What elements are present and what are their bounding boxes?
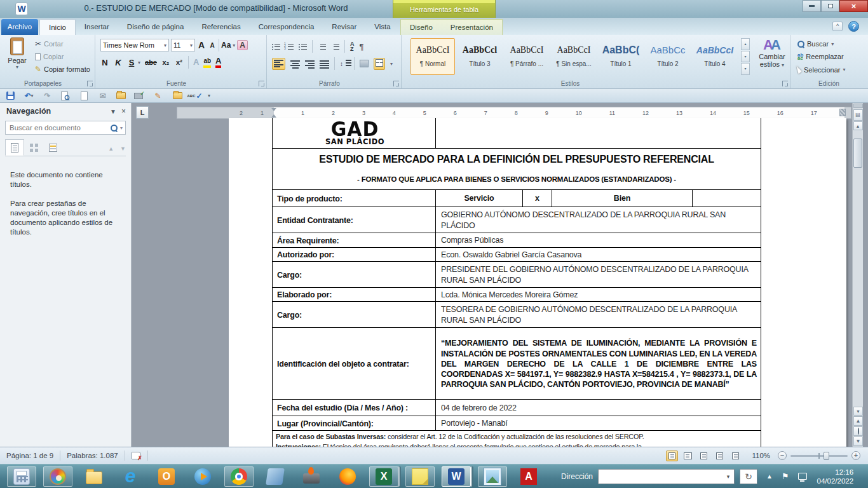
tab-presentacion[interactable]: Presentación [442,20,502,35]
taskbar-outlook[interactable]: O [152,466,181,487]
font-size-combo[interactable]: 11▾ [171,39,195,51]
justify-button[interactable] [320,60,329,67]
paragraph-dialog-launcher[interactable] [393,81,399,86]
paste-dropdown-icon[interactable]: ▾ [5,64,29,70]
previous-page-button[interactable]: ▲ [853,416,863,426]
favorites-folder-button[interactable]: ✳ [171,91,182,101]
row-value[interactable]: TESORERA DE GOBIERNO AUTÓNOMO DESCENTRAL… [436,302,761,327]
row-value[interactable]: 04 de febrero de 2022 [436,400,761,416]
font-name-combo[interactable]: Times New Rom▾ [100,39,169,51]
subscript-button[interactable]: x₂ [161,58,170,66]
change-case-dropdown-icon[interactable]: ▾ [233,43,235,48]
style-titulo3[interactable]: AaBbCclTítulo 3 [458,38,502,75]
borders-dropdown-icon[interactable]: ▾ [390,61,393,67]
previous-heading-icon[interactable]: ▲ [108,146,114,152]
row-label[interactable]: Cargo: [273,262,436,287]
address-dropdown-icon[interactable]: ▾ [722,473,734,480]
undo-button[interactable]: ↶▾ [24,91,34,101]
change-case-button[interactable]: Aa [221,41,231,50]
row-label[interactable]: Área Requirente: [273,233,436,247]
bold-button[interactable]: N [100,58,109,67]
taskbar-scanner[interactable] [261,466,290,487]
row-value[interactable]: Econ. Oswaldo Gabriel García Casanova [436,248,761,261]
strikethrough-button[interactable]: abe [145,58,157,66]
ruler-toggle-button[interactable]: ▤ [853,109,863,121]
fullscreen-reading-view-button[interactable] [682,451,694,461]
action-center-flag-icon[interactable]: ⚑ [782,471,789,481]
row-label[interactable]: Autorizado por: [273,248,436,261]
align-center-button[interactable] [290,60,300,67]
copy-button[interactable]: Copiar [33,52,92,61]
clear-formatting-button[interactable]: A [237,40,248,50]
good-cell[interactable]: Bien [552,190,693,207]
select-dropdown-icon[interactable]: ▾ [843,67,845,72]
document-page[interactable]: GAD SAN PLÁCIDO ESTUDIO DE MERCADO PARA … [229,118,846,447]
row-label[interactable]: Entidad Contratante: [273,207,436,233]
underline-dropdown-icon[interactable]: ▾ [138,60,140,65]
style-titulo4[interactable]: AaBbCcITítulo 4 [693,38,737,75]
good-mark-cell[interactable] [693,190,761,207]
select-button[interactable]: Seleccionar▾ [796,65,848,74]
minimize-ribbon-button[interactable]: ^ [832,22,843,31]
taskbar-internet-explorer[interactable]: e [116,466,145,487]
outline-view-button[interactable] [714,451,726,461]
page-indicator[interactable]: Página: 1 de 9 [0,452,60,459]
search-icon[interactable] [111,125,118,132]
grow-font-button[interactable]: A [197,40,206,50]
tab-vista[interactable]: Vista [365,19,399,35]
font-color-button[interactable]: A [215,57,221,68]
split-handle[interactable] [853,104,863,108]
format-painter-button[interactable]: ✎Copiar formato [33,64,92,74]
zoom-out-button[interactable]: − [778,451,787,460]
spelling-button[interactable]: ABC✓ [189,91,200,101]
borders-button[interactable] [374,58,385,70]
scroll-down-button[interactable]: ▼ [853,407,863,416]
web-layout-view-button[interactable] [698,451,710,461]
zoom-slider[interactable] [790,455,848,457]
row-value[interactable]: Lcda. Mónica Mercedes Moreira Gómez [436,288,761,301]
open-button[interactable] [116,91,126,101]
quick-print-button[interactable]: ✓ [134,91,145,101]
zoom-slider-thumb[interactable] [824,452,829,460]
taskbar-word-active[interactable]: W [442,466,471,487]
taskbar-paint[interactable] [43,466,72,487]
taskbar-firefox[interactable] [333,466,362,487]
tab-browse-results[interactable] [43,139,62,156]
paste-button[interactable]: Pegar ▾ [5,37,29,77]
zoom-level[interactable]: 110% [752,452,770,459]
font-name-dropdown-icon[interactable]: ▾ [164,43,166,48]
change-styles-button[interactable]: AA Cambiar estilos ▾ [755,37,789,78]
shrink-font-button[interactable]: A [208,42,217,49]
service-cell[interactable]: Servicio [436,190,523,207]
row-value[interactable]: Portoviejo - Manabí [436,416,761,430]
multilevel-list-icon[interactable] [299,43,307,50]
next-heading-icon[interactable]: ▼ [120,146,126,152]
find-dropdown-icon[interactable]: ▾ [831,41,834,47]
style-normal[interactable]: AaBbCcI¶ Normal [410,38,455,75]
font-size-dropdown-icon[interactable]: ▾ [190,43,193,48]
align-right-button[interactable] [305,60,315,67]
decrease-indent-icon[interactable] [318,43,326,50]
service-mark-cell[interactable]: x [523,190,552,207]
taskbar-calculator[interactable] [7,466,36,487]
redo-button[interactable]: ↷ [42,91,53,101]
next-page-button[interactable]: ▼ [853,437,863,446]
tab-diseno-tabla[interactable]: Diseño [401,20,442,35]
style-parrafo[interactable]: AaBbCcI¶ Párrafo ... [505,38,549,75]
address-input[interactable] [599,471,722,482]
close-button[interactable]: × [839,0,868,12]
help-button[interactable]: ? [848,21,859,32]
zoom-in-button[interactable]: + [851,451,860,460]
right-margin-marker[interactable] [839,109,846,116]
draft-view-button[interactable] [729,451,742,461]
minimize-button[interactable] [803,0,821,12]
italic-button[interactable]: K [114,58,123,67]
style-sin-espaciado[interactable]: AaBbCcI¶ Sin espa... [552,38,596,75]
notes-cell[interactable]: Para el caso de Subastas Inversas: consi… [273,431,648,447]
row-label[interactable]: Identificación del objeto a contratar: [273,328,436,399]
taskbar-clock[interactable]: 12:16 04/02/2022 [817,468,854,485]
taskbar-file-explorer[interactable] [79,466,109,487]
style-scroll-down[interactable]: ▾ [741,51,750,63]
row-label[interactable]: Fecha del estudio (Día / Mes / Año) : [273,400,436,416]
network-icon[interactable] [798,473,807,480]
